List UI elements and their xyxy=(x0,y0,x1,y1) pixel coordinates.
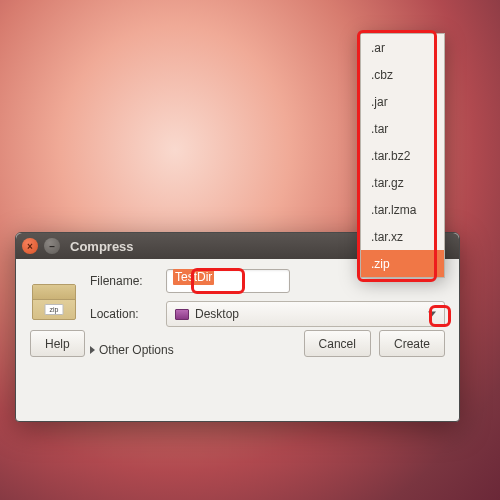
extension-option[interactable]: .tar.bz2 xyxy=(361,142,444,169)
help-button[interactable]: Help xyxy=(30,330,85,357)
archive-icon: zip xyxy=(30,278,78,326)
cancel-button[interactable]: Cancel xyxy=(304,330,371,357)
desktop-icon xyxy=(175,309,189,320)
extension-option[interactable]: .ar xyxy=(361,34,444,61)
chevron-down-icon xyxy=(428,312,436,317)
location-select[interactable]: Desktop xyxy=(166,301,445,327)
window-title: Compress xyxy=(70,239,134,254)
extension-dropdown[interactable]: .ar.cbz.jar.tar.tar.bz2.tar.gz.tar.lzma.… xyxy=(360,33,445,278)
create-button[interactable]: Create xyxy=(379,330,445,357)
extension-option[interactable]: .tar.xz xyxy=(361,223,444,250)
extension-option[interactable]: .tar.gz xyxy=(361,169,444,196)
filename-value: TestDir xyxy=(173,269,214,285)
extension-option[interactable]: .zip xyxy=(361,250,444,277)
extension-option[interactable]: .tar xyxy=(361,115,444,142)
archive-icon-label: zip xyxy=(45,304,64,315)
extension-option[interactable]: .tar.lzma xyxy=(361,196,444,223)
extension-option[interactable]: .cbz xyxy=(361,61,444,88)
minimize-icon[interactable]: – xyxy=(44,238,60,254)
filename-label: Filename: xyxy=(90,274,166,288)
extension-option[interactable]: .jar xyxy=(361,88,444,115)
location-label: Location: xyxy=(90,307,166,321)
filename-input[interactable]: TestDir xyxy=(166,269,290,293)
close-icon[interactable]: × xyxy=(22,238,38,254)
location-value: Desktop xyxy=(195,307,239,321)
